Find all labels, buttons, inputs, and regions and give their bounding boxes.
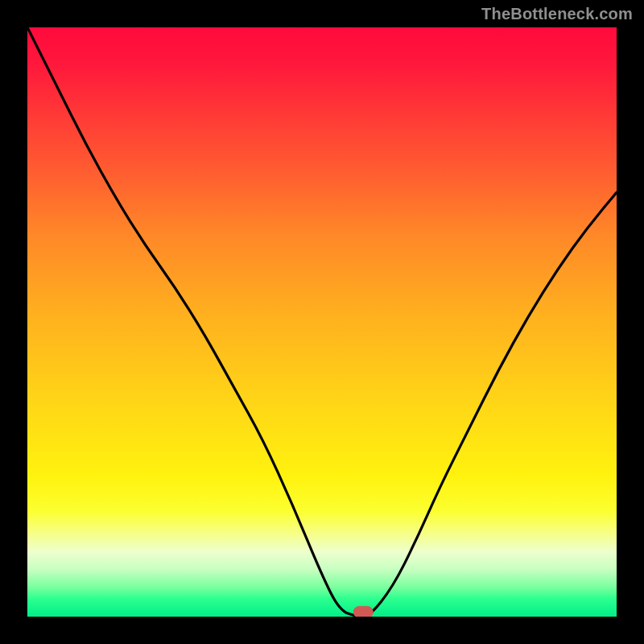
watermark-text: TheBottleneck.com xyxy=(481,5,633,23)
bottleneck-curve xyxy=(27,27,617,617)
min-point-marker xyxy=(353,606,373,617)
chart-svg xyxy=(27,27,617,617)
chart-frame: TheBottleneck.com xyxy=(0,0,644,644)
plot-area xyxy=(27,27,617,617)
